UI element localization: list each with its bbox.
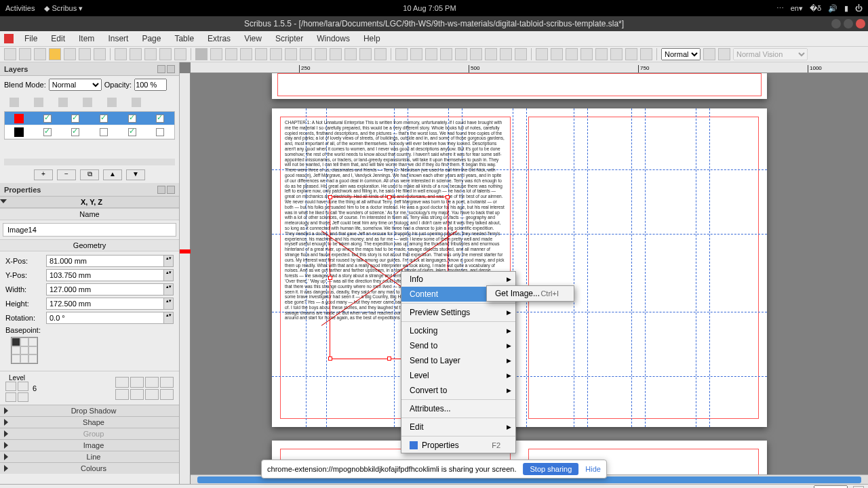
tool-render[interactable] [240, 48, 252, 60]
height-stepper[interactable]: ▴▾ [164, 298, 174, 310]
locksize-button[interactable] [130, 389, 144, 400]
tool-open[interactable] [19, 48, 31, 60]
tool-bezier[interactable] [344, 48, 357, 60]
tool-paste[interactable] [174, 48, 186, 60]
section-line[interactable]: Line [0, 451, 179, 462]
ctx-get-image[interactable]: Get Image...Ctrl+I [487, 286, 574, 301]
ypos-input[interactable] [46, 269, 164, 281]
basepoint-selector[interactable] [11, 337, 38, 364]
ctx-locking[interactable]: Locking▶ [401, 323, 515, 338]
tool-textframe[interactable] [210, 48, 222, 60]
ctx-properties[interactable]: PropertiesF2 [401, 438, 515, 453]
tool-eyedropper[interactable] [515, 48, 527, 60]
volume-icon[interactable]: 🔊 [828, 4, 837, 13]
tool-preview-toggle[interactable] [718, 48, 730, 60]
tool-freehand[interactable] [359, 48, 372, 60]
tool-pdf-pushbutton[interactable] [536, 48, 548, 60]
ctx-send-to[interactable]: Send to▶ [401, 338, 515, 353]
vision-mode-select[interactable]: Normal Vision [733, 48, 808, 60]
ctx-info[interactable]: Info▶ [401, 272, 515, 287]
tool-polygon[interactable] [300, 48, 312, 60]
ruler-vertical[interactable] [180, 73, 191, 484]
tool-pdf-radio[interactable] [551, 48, 563, 60]
tool-zoom[interactable] [410, 48, 422, 60]
lock-button[interactable] [115, 389, 129, 400]
tool-linkframes[interactable] [455, 48, 467, 60]
section-dropshadow[interactable]: Drop Shadow [0, 405, 179, 416]
view-mode-select[interactable]: Normal [661, 48, 701, 60]
layer-add-button[interactable]: + [34, 169, 53, 180]
unit-select[interactable]: mm [814, 485, 848, 489]
canvas[interactable]: CHAPTER 1: A Not Unnatural Enterprise Th… [191, 73, 868, 474]
tool-table[interactable] [255, 48, 267, 60]
height-input[interactable] [46, 298, 164, 310]
tool-pdf[interactable] [94, 48, 106, 60]
menu-windows[interactable]: Windows [311, 33, 355, 45]
lang-indicator[interactable]: en▾ [791, 4, 803, 13]
opacity-input[interactable] [134, 79, 167, 91]
maximize-button[interactable] [844, 19, 853, 28]
hide-banner-button[interactable]: Hide [585, 465, 601, 473]
xpos-input[interactable] [46, 255, 164, 267]
tool-copyprops[interactable] [500, 48, 512, 60]
tool-undo[interactable] [115, 48, 127, 60]
fliph-button[interactable] [145, 377, 159, 388]
ctx-attributes[interactable]: Attributes... [401, 401, 515, 416]
tool-new[interactable] [4, 48, 16, 60]
menu-page[interactable]: Page [136, 33, 166, 45]
layer-row[interactable] [5, 112, 174, 125]
layers-close[interactable] [167, 65, 175, 73]
menu-table[interactable]: Table [169, 33, 199, 45]
menu-extras[interactable]: Extras [202, 33, 236, 45]
layers-hscroll[interactable] [4, 159, 175, 165]
menu-edit[interactable]: Edit [45, 33, 71, 45]
battery-icon[interactable]: ▮ [844, 4, 848, 13]
xpos-stepper[interactable]: ▴▾ [164, 255, 174, 267]
tool-copy[interactable] [159, 48, 172, 60]
layers-undock[interactable] [157, 65, 165, 73]
tool-preflight[interactable] [79, 48, 91, 60]
tool-measurements[interactable] [485, 48, 497, 60]
menu-help[interactable]: Help [358, 33, 386, 45]
layer-up-button[interactable]: ▲ [103, 169, 122, 180]
ctx-edit[interactable]: Edit▶ [401, 420, 515, 434]
level-bottom-button[interactable] [5, 392, 16, 402]
ypos-stepper[interactable]: ▴▾ [164, 269, 174, 281]
notif-icon[interactable]: ⋯ [776, 4, 784, 13]
ctx-preview-settings[interactable]: Preview Settings▶ [401, 305, 515, 320]
noexport-button[interactable] [160, 389, 174, 400]
level-up-button[interactable] [18, 382, 28, 391]
tool-pdf-check[interactable] [580, 48, 593, 60]
tool-pdf-list[interactable] [610, 48, 623, 60]
tool-line[interactable] [330, 48, 342, 60]
ctx-send-to-layer[interactable]: Send to Layer▶ [401, 353, 515, 368]
tool-cut[interactable] [144, 48, 157, 60]
ctx-level[interactable]: Level▶ [401, 368, 515, 383]
flipv-button[interactable] [160, 377, 174, 388]
tool-select[interactable] [195, 48, 208, 60]
layer-row[interactable] [5, 125, 174, 139]
name-field[interactable]: Image14 [3, 223, 176, 237]
tool-pdf-text[interactable] [566, 48, 578, 60]
tool-close[interactable] [49, 48, 61, 60]
noprint-button[interactable] [145, 389, 159, 400]
ctx-convert-to[interactable]: Convert to▶ [401, 383, 515, 398]
rotation-input[interactable] [46, 312, 164, 324]
level-down-button[interactable] [18, 392, 28, 402]
layers-table[interactable] [4, 111, 175, 140]
menu-item[interactable]: Item [73, 33, 100, 45]
tool-imageframe[interactable] [225, 48, 237, 60]
tool-rotate[interactable] [395, 48, 408, 60]
tool-save[interactable] [34, 48, 46, 60]
ruler-horizontal[interactable]: 250 500 750 1000 [191, 62, 868, 73]
status-button[interactable] [853, 486, 864, 489]
width-stepper[interactable]: ▴▾ [164, 283, 174, 296]
menu-insert[interactable]: Insert [102, 33, 134, 45]
tool-calligraphic[interactable] [374, 48, 387, 60]
tool-shape[interactable] [270, 48, 282, 60]
tool-pdf-link[interactable] [640, 48, 652, 60]
menu-file[interactable]: File [19, 33, 43, 45]
tool-spiral[interactable] [315, 48, 327, 60]
stop-sharing-button[interactable]: Stop sharing [524, 463, 579, 475]
ungroup-button[interactable] [130, 377, 144, 388]
